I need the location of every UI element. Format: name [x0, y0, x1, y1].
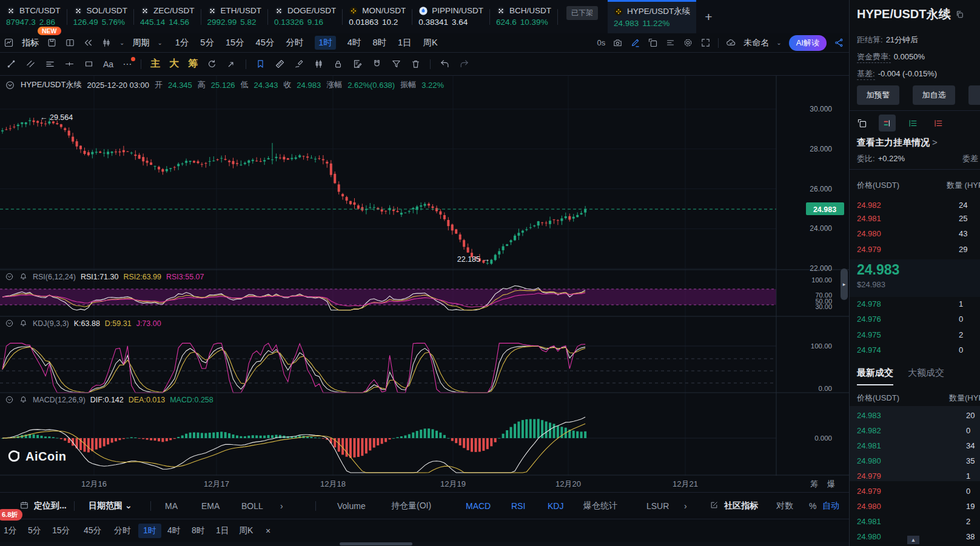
book-buy-view-button[interactable] — [904, 115, 921, 132]
timeframe-45分[interactable]: 45分 — [256, 37, 275, 48]
bottom-timeframe-15分[interactable]: 15分 — [52, 525, 70, 536]
trade-row[interactable]: 24.9790 — [857, 487, 980, 496]
book-row[interactable]: 24.98125 — [857, 214, 980, 223]
close-timeframe-bar-icon[interactable]: × — [266, 526, 270, 536]
trade-row[interactable]: 24.98320 — [857, 411, 980, 420]
horizontal-scrollbar[interactable] — [0, 542, 849, 546]
symbol-tab-HYPE-USDT-[interactable]: HYPE/USDT永续24.98311.22% — [608, 0, 696, 33]
indicator-爆仓统计[interactable]: 爆仓统计 — [583, 501, 617, 511]
save-layout-icon[interactable] — [47, 38, 57, 48]
layout-name[interactable]: 未命名 — [743, 38, 769, 48]
timeframe-1时[interactable]: 1时 — [315, 36, 336, 50]
scroll-up-button[interactable]: ▲ — [907, 536, 919, 544]
book-row[interactable]: 24.9740 — [857, 345, 980, 355]
symbol-tab-ZEC-USDT[interactable]: ZEC/USDT445.1414.56 — [134, 0, 201, 33]
gold-tool-大[interactable]: 大 — [169, 58, 179, 70]
hcross-tool-icon[interactable] — [64, 59, 75, 69]
book-row[interactable]: 24.9760 — [857, 315, 980, 324]
frame-plus-view-button[interactable] — [853, 115, 870, 132]
calendar-icon[interactable] — [19, 501, 29, 512]
action-button-加自选[interactable]: 加自选 — [913, 85, 955, 105]
bottom-timeframe-8时[interactable]: 8时 — [192, 525, 205, 536]
indicator-KDJ[interactable]: KDJ — [548, 501, 563, 511]
log-scale-toggle[interactable]: 对数 — [776, 501, 793, 511]
symbol-tab-MON-USDT[interactable]: MON/USDT0.0186310.2 — [343, 0, 412, 33]
text-tool[interactable]: Aa — [103, 59, 113, 69]
axis-tool-爆[interactable]: 爆 — [827, 479, 835, 490]
candle-style-icon[interactable] — [101, 38, 112, 48]
collapse-chevron-icon[interactable] — [5, 80, 15, 90]
cloud-save-icon[interactable] — [726, 38, 736, 48]
period-dropdown[interactable]: 周期 — [132, 38, 149, 48]
trade-row[interactable]: 24.98035 — [857, 456, 980, 465]
alert-bell-icon[interactable] — [19, 395, 28, 404]
locate-button[interactable]: 定位到... — [34, 501, 67, 511]
lock-tool-icon[interactable] — [333, 59, 343, 69]
grid-layout-icon[interactable] — [65, 38, 75, 48]
timeframe-15分[interactable]: 15分 — [226, 37, 244, 48]
add-frame-icon[interactable] — [648, 38, 658, 48]
tab-large-trades[interactable]: 大额成交 — [908, 367, 944, 379]
bottom-timeframe-1时[interactable]: 1时 — [138, 524, 161, 538]
gold-tool-主[interactable]: 主 — [150, 58, 160, 70]
book-row[interactable]: 24.9781 — [857, 299, 980, 308]
line-tool-icon[interactable] — [6, 59, 16, 69]
main-orders-link[interactable]: 查看主力挂单情况> — [857, 137, 938, 148]
discount-badge[interactable]: 6.8折 — [0, 509, 22, 521]
book-all-view-button[interactable] — [879, 115, 896, 132]
copy-icon[interactable] — [955, 10, 964, 19]
rect-tool-icon[interactable] — [84, 59, 94, 69]
indicator-icon[interactable] — [4, 38, 14, 48]
tab-latest-trades[interactable]: 最新成交 — [857, 367, 893, 385]
action-button-cut[interactable] — [968, 85, 980, 105]
percent-scale-toggle[interactable]: % — [809, 501, 816, 511]
book-row[interactable]: 24.97929 — [857, 245, 980, 254]
edit-square-icon[interactable] — [710, 501, 719, 511]
fullscreen-icon[interactable] — [700, 38, 711, 48]
trash-tool-icon[interactable] — [411, 59, 421, 69]
collapse-chevron-icon[interactable] — [5, 272, 14, 281]
book-row[interactable]: 24.98043 — [857, 229, 980, 238]
trade-row[interactable]: 24.98134 — [857, 441, 980, 450]
indicator-持仓量(OI)[interactable]: 持仓量(OI) — [391, 501, 431, 511]
timeframe-1日[interactable]: 1日 — [398, 37, 412, 48]
alert-bell-icon[interactable] — [19, 272, 28, 281]
trade-row[interactable]: 24.9820 — [857, 426, 980, 435]
book-row[interactable]: 24.98224 — [857, 201, 980, 210]
list-settings-icon[interactable] — [665, 38, 676, 48]
indicator-Volume[interactable]: Volume — [337, 501, 366, 511]
indicator-BOLL[interactable]: BOLL — [241, 501, 263, 511]
more-ma-chevron-icon[interactable]: › — [280, 501, 283, 511]
time-axis[interactable]: 12月1612月1712月1812月1912月2012月21筹爆 — [0, 476, 849, 492]
trade-row[interactable]: 24.9791 — [857, 471, 980, 481]
symbol-tab-BCH-USDT[interactable]: BCH/USDT624.610.39% — [490, 0, 557, 33]
indicator-EMA[interactable]: EMA — [201, 501, 220, 511]
community-indicators-button[interactable]: 社区指标 — [724, 501, 758, 511]
bookmark-tool-icon[interactable] — [255, 59, 266, 69]
hlines-tool-icon[interactable] — [45, 59, 55, 69]
axis-tool-筹[interactable]: 筹 — [810, 479, 818, 490]
ai-analysis-button[interactable]: AI解读 — [789, 35, 827, 51]
symbol-tab-SOL-USDT[interactable]: SOL/USDT126.495.76% — [67, 0, 134, 33]
bottom-timeframe-4时[interactable]: 4时 — [167, 525, 181, 536]
timeframe-1分[interactable]: 1分 — [175, 37, 189, 48]
book-row[interactable]: 24.9752 — [857, 330, 980, 339]
ruler-tool-icon[interactable] — [275, 59, 285, 69]
funnel-tool-icon[interactable] — [391, 59, 401, 69]
symbol-tab-ETH-USDT[interactable]: ETH/USDT2992.995.82 — [201, 0, 268, 33]
history-rewind-icon[interactable] — [83, 38, 93, 48]
bottom-timeframe-周K[interactable]: 周K — [239, 525, 253, 536]
bottom-timeframe-分时[interactable]: 分时 — [114, 525, 131, 536]
channel-tool-icon[interactable] — [25, 59, 36, 69]
date-range-dropdown[interactable]: 日期范围 ⌄ — [89, 501, 132, 511]
refresh-tool-icon[interactable] — [207, 59, 217, 69]
indicator-RSI[interactable]: RSI — [511, 501, 525, 511]
indicator-LSUR[interactable]: LSUR — [646, 501, 669, 511]
note-tool-icon[interactable] — [352, 59, 363, 69]
timeframe-分时[interactable]: 分时 — [286, 37, 303, 48]
alert-bell-icon[interactable] — [19, 319, 28, 328]
symbol-tab-PIPPIN-USDT[interactable]: PIPPIN/USDT0.383413.64 — [412, 0, 489, 33]
more-indicators-chevron-icon[interactable]: › — [684, 501, 687, 511]
symbol-tab-DOGE-USDT[interactable]: DOGE/USDT0.133269.16 — [268, 0, 342, 33]
bottom-timeframe-45分[interactable]: 45分 — [84, 525, 102, 536]
